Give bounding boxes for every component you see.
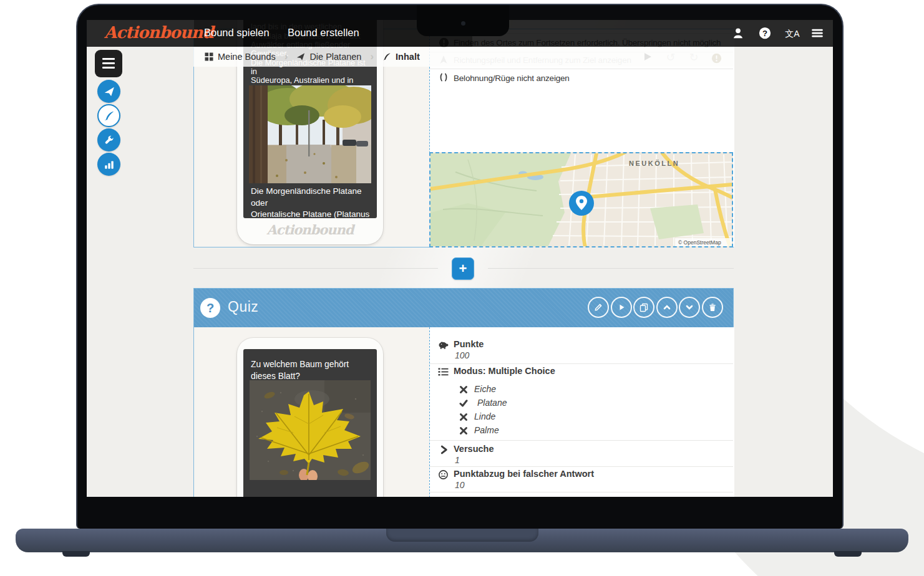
sidebar-menu-button[interactable] [95,50,122,77]
quiz-attempts-value: 1 [455,455,460,465]
laptop-foot [62,551,90,557]
piggy-bank-icon [438,340,449,350]
quiz-option: Linde [474,411,495,421]
map-attribution: © OpenStreetMap [678,239,721,246]
quiz-title: Quiz [228,299,258,315]
row-separator [429,492,733,492]
quiz-points-value: 100 [455,350,469,360]
phone-screen: Zu welchem Baum gehört dieses Blatt? [243,349,377,497]
nav-item-bound-erstellen[interactable]: Bound erstellen [288,27,359,39]
row-separator [429,440,733,441]
paper-plane-icon [104,86,115,97]
section-divider [193,268,438,269]
sidebar-content-button[interactable] [97,104,120,127]
breadcrumb: Meine Bounds › Die Platanen › Inhalt [193,47,734,67]
wrong-x-icon [459,385,468,394]
svg-text:NEUKÖLLN: NEUKÖLLN [629,160,679,167]
chevron-separator-icon: › [284,50,288,63]
section-divider [488,268,734,269]
paper-plane-icon [296,52,305,61]
svg-text:?: ? [762,29,767,38]
laptop-camera-notch [417,5,509,36]
bar-chart-icon [104,159,115,170]
breadcrumb-item-die-platanen[interactable]: Die Platanen [296,52,361,62]
laptop-foot [834,551,862,557]
caption-line: Orientalische Platane (Platanus [251,209,372,218]
correct-check-icon [459,399,468,408]
laptop-mockup: land bis in den westlichen Himalaja behe… [76,4,844,529]
delete-button[interactable] [702,297,723,318]
breadcrumb-label: Inhalt [396,52,420,62]
row-separator [429,69,733,69]
quiz-type-icon: ? [200,298,220,318]
preview-play-button[interactable] [611,297,632,318]
quiz-penalty-value: 10 [455,480,465,490]
neutral-face-icon [438,469,449,480]
duplicate-button[interactable] [633,297,654,318]
nav-item-bound-spielen[interactable]: Bound spielen [204,27,270,39]
grid-icon [205,52,213,61]
quiz-mode-label[interactable]: Modus: Multiple Choice [454,366,555,376]
avenue-photo [249,85,371,183]
laptop-base-notch [386,529,538,542]
row-separator [429,466,733,467]
app-viewport: land bis in den westlichen Himalaja behe… [87,20,833,497]
edit-button[interactable] [588,297,609,318]
add-element-button[interactable]: + [452,257,474,280]
actionbound-logo[interactable]: Actionbound [104,23,213,42]
laptop-camera [461,21,465,26]
wrong-x-icon [459,426,468,435]
quiz-option: Palme [474,425,499,435]
user-account-icon[interactable] [731,27,745,41]
breadcrumb-label: Die Platanen [309,52,361,62]
quill-icon [382,52,391,61]
breadcrumb-item-meine-bounds[interactable]: Meine Bounds [205,52,276,62]
wrong-x-icon [459,413,468,421]
help-icon[interactable]: ? [758,27,772,41]
quiz-attempts-label[interactable]: Versuche [454,444,494,454]
leaf-photo [250,380,371,480]
quill-icon [104,110,115,122]
laptop-base [16,529,908,552]
row-separator [429,363,733,364]
sidebar-bound-button[interactable] [97,80,120,103]
chevron-right-icon [439,444,449,455]
phone-preview: Zu welchem Baum gehört dieses Blatt? [237,338,383,497]
sidebar-settings-button[interactable] [97,128,120,151]
setting-row-feedback[interactable]: Belohnung/Rüge nicht anzeigen [454,74,570,83]
menu-hamburger-icon[interactable] [810,27,824,41]
map[interactable]: NEUKÖLLN © OpenStreetMap [429,152,733,247]
sidebar-stats-button[interactable] [97,153,120,176]
parentheses-icon [439,72,450,84]
quiz-penalty-label[interactable]: Punktabzug bei falscher Antwort [454,469,594,479]
wrench-icon [104,135,115,146]
breadcrumb-item-inhalt[interactable]: Inhalt [382,52,420,62]
chevron-separator-icon: › [370,50,374,63]
actionbound-watermark: Actionbound [237,222,383,238]
move-up-button[interactable] [656,297,678,318]
stage-caption: Die Morgenländische Platane oder Orienta… [251,186,372,218]
caption-line: Die Morgenländische Platane oder [251,186,372,209]
quiz-points-label[interactable]: Punkte [454,339,484,349]
quiz-option: Eiche [474,384,496,394]
breadcrumb-label: Meine Bounds [218,52,276,62]
language-icon[interactable]: 文A [783,27,802,41]
quiz-option: Platane [477,398,507,408]
move-down-button[interactable] [679,297,700,318]
quiz-question: Zu welchem Baum gehört dieses Blatt? [251,359,372,382]
list-mode-icon [438,367,449,377]
